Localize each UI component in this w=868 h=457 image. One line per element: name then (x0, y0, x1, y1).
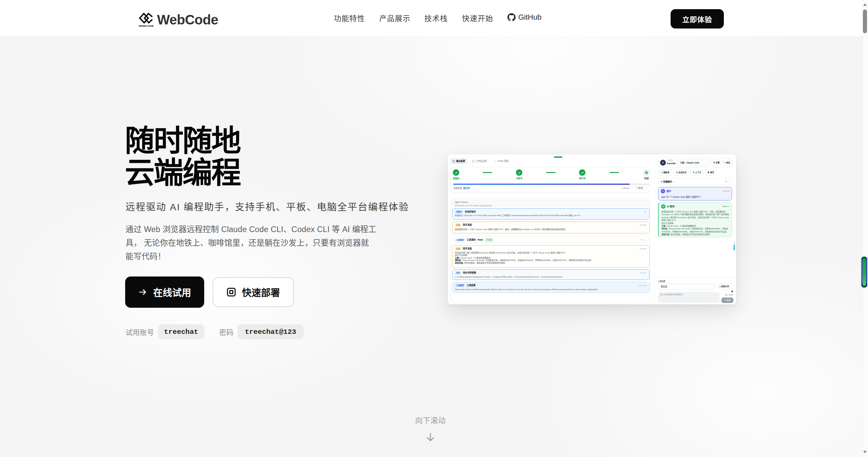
svg-text:WEBCODE: WEBCODE (139, 24, 154, 27)
